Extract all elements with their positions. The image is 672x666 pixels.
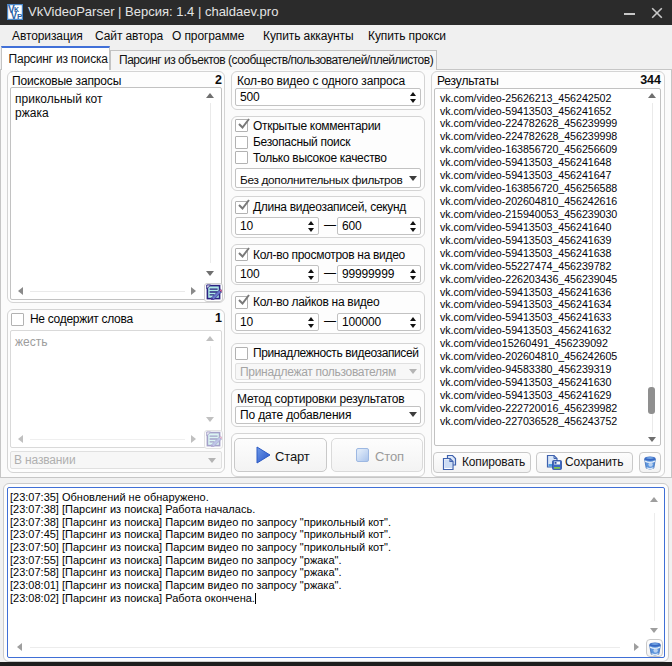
svg-text:P: P	[17, 12, 23, 20]
